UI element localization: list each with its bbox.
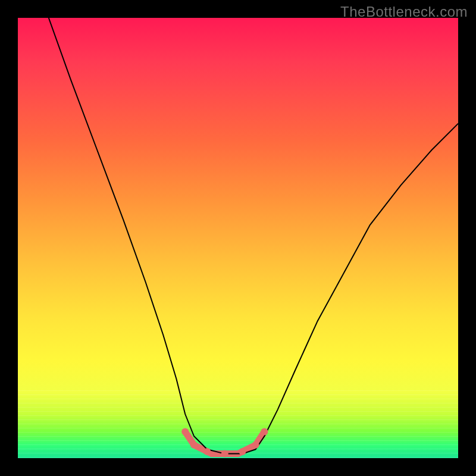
svg-point-0 bbox=[181, 428, 189, 436]
bottleneck-curve-path bbox=[49, 18, 458, 454]
svg-point-6 bbox=[261, 428, 268, 436]
svg-point-4 bbox=[239, 448, 246, 455]
valley-dots bbox=[181, 428, 268, 458]
plot-area bbox=[18, 18, 458, 458]
svg-point-2 bbox=[203, 448, 211, 455]
watermark-label: TheBottleneck.com bbox=[340, 4, 468, 20]
svg-point-3 bbox=[221, 450, 228, 458]
svg-point-1 bbox=[190, 441, 198, 449]
svg-point-5 bbox=[252, 441, 259, 449]
chart-frame: TheBottleneck.com bbox=[0, 0, 476, 476]
chart-svg bbox=[18, 18, 458, 458]
